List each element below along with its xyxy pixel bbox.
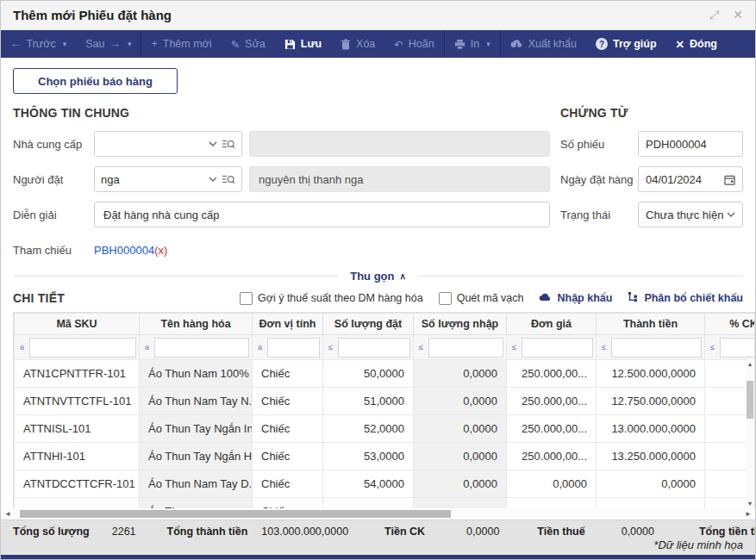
checkbox-icon[interactable]: [439, 292, 452, 305]
cell-unit[interactable]: Chiếc: [253, 360, 323, 388]
close-window-icon[interactable]: ✕: [733, 8, 743, 22]
table-row[interactable]: ATNTDCCTTCFR-101 Áo Thun Nam Tay D... Ch…: [15, 470, 756, 498]
filter-qty-received-input[interactable]: [428, 338, 503, 358]
cell-sku[interactable]: ATNTNVTTCTFL-101: [15, 388, 140, 415]
filter-amount-input[interactable]: [611, 338, 702, 358]
cell-amount[interactable]: 12.500.000,0000: [597, 360, 705, 388]
filter-operator-icon[interactable]: ≤: [708, 343, 717, 352]
print-button[interactable]: In ▾: [445, 30, 500, 58]
cell-amount[interactable]: [597, 498, 705, 509]
cell-unit[interactable]: Chiếc: [253, 443, 323, 470]
filter-qty-order-input[interactable]: [338, 338, 410, 358]
checkbox-icon[interactable]: [240, 292, 253, 305]
vertical-scroll-track[interactable]: [746, 369, 754, 499]
chevron-down-icon[interactable]: [209, 141, 217, 146]
search-list-icon[interactable]: [222, 139, 235, 150]
cell-amount[interactable]: 13.250.000,0000: [597, 443, 705, 470]
cell-price[interactable]: 250.000,00...: [507, 360, 597, 388]
save-button[interactable]: Lưu: [275, 30, 331, 58]
cell-amount[interactable]: 12.750.000,0000: [597, 388, 705, 415]
choose-quote-button[interactable]: Chọn phiếu báo hàng: [13, 68, 178, 94]
order-date-input[interactable]: [646, 173, 721, 186]
chevron-down-icon[interactable]: [727, 212, 735, 217]
cell-sku[interactable]: ATTNISL-101: [15, 415, 140, 443]
cell-price[interactable]: 250.000,00...: [507, 443, 597, 470]
col-header-unit[interactable]: Đơn vị tính: [253, 314, 323, 335]
cell-amount[interactable]: 0,0000: [597, 470, 705, 498]
chevron-down-icon[interactable]: ▾: [63, 40, 67, 48]
filter-operator-icon[interactable]: a: [255, 343, 265, 352]
cell-unit[interactable]: Chiếc: [253, 388, 323, 415]
cell-price[interactable]: 250.000,00...: [507, 415, 597, 443]
doc-number-field[interactable]: [638, 131, 743, 157]
import-button[interactable]: Nhập khẩu: [539, 292, 612, 304]
filter-operator-icon[interactable]: ≤: [416, 343, 426, 352]
cell-sku[interactable]: [15, 498, 140, 509]
cell-qty-order[interactable]: 52,0000: [323, 415, 414, 443]
col-header-price[interactable]: Đơn giá: [507, 314, 597, 335]
undo-button[interactable]: ↶ Hoãn: [384, 30, 443, 58]
col-header-sku[interactable]: Mã SKU: [15, 314, 140, 335]
orderer-combobox[interactable]: [94, 166, 242, 192]
cell-qty-order[interactable]: 53,0000: [323, 443, 414, 470]
table-row[interactable]: ATN1CPNTTFR-101 Áo Thun Nam 100% ... Chi…: [15, 360, 756, 388]
collapse-toggle[interactable]: Thu gọn ∧: [339, 270, 417, 283]
delete-button[interactable]: Xóa: [331, 30, 384, 58]
barcode-scan-checkbox[interactable]: Quét mã vạch: [439, 292, 524, 305]
supplier-combobox[interactable]: [94, 131, 242, 157]
cell-qty-order[interactable]: 54,0000: [323, 470, 414, 498]
col-header-name[interactable]: Tên hàng hóa: [140, 314, 253, 335]
calendar-icon[interactable]: [724, 174, 735, 185]
cell-price[interactable]: 250.000,00...: [507, 388, 597, 415]
cell-sku[interactable]: ATNTDCCTTCFR-101: [15, 470, 140, 498]
cell-unit[interactable]: Chiếc: [253, 470, 323, 498]
description-input[interactable]: [94, 202, 550, 227]
close-button[interactable]: ✕ Đóng: [666, 30, 727, 58]
maximize-icon[interactable]: ⤢: [709, 8, 719, 22]
filter-sku-input[interactable]: [29, 338, 136, 358]
cell-sku[interactable]: ATTNHI-101: [15, 443, 140, 470]
cell-price[interactable]: 0,0000: [507, 470, 597, 498]
cell-unit[interactable]: Chiếc: [253, 415, 323, 443]
horizontal-scrollbar[interactable]: ◄ ►: [1, 508, 755, 520]
filter-operator-icon[interactable]: a: [142, 343, 152, 352]
col-header-amount[interactable]: Thành tiền: [597, 314, 705, 335]
filter-name-input[interactable]: [154, 338, 249, 358]
table-row[interactable]: ATTNHI-101 Áo Thun Tay Ngắn H... Chiếc 5…: [15, 443, 756, 470]
table-row[interactable]: ATNTNVTTCTFL-101 Áo Thun Nam Tay N... Ch…: [15, 388, 756, 415]
col-header-qty-received[interactable]: Số lượng nhập: [414, 314, 507, 335]
vertical-scroll-thumb[interactable]: [747, 381, 753, 419]
prev-button[interactable]: ← Trước ▾: [1, 30, 76, 58]
scroll-up-icon[interactable]: ▲: [747, 359, 753, 369]
scroll-right-icon[interactable]: ►: [743, 510, 753, 518]
discount-allocate-button[interactable]: Phân bổ chiết khấu: [628, 291, 743, 305]
filter-discount-input[interactable]: [720, 338, 755, 358]
cell-price[interactable]: [507, 498, 597, 509]
orderer-input[interactable]: [101, 173, 204, 186]
cell-qty-order[interactable]: 51,0000: [323, 388, 414, 415]
status-select[interactable]: Chưa thực hiện: [638, 202, 743, 227]
horizontal-scroll-thumb[interactable]: [20, 510, 451, 518]
col-header-discount[interactable]: % CK: [705, 314, 756, 335]
order-date-field[interactable]: [638, 166, 743, 192]
reference-remove-link[interactable]: (x): [154, 244, 167, 257]
col-header-qty-order[interactable]: Số lượng đặt: [323, 314, 414, 335]
filter-operator-icon[interactable]: a: [17, 343, 27, 352]
cell-unit[interactable]: Chiếc: [253, 498, 323, 509]
edit-button[interactable]: ✎ Sửa: [222, 30, 275, 58]
cell-amount[interactable]: 13.000.000,0000: [597, 415, 705, 443]
chevron-down-icon[interactable]: ▾: [486, 40, 490, 48]
cell-qty-order[interactable]: [323, 498, 414, 509]
chevron-down-icon[interactable]: ▾: [128, 40, 132, 48]
add-new-button[interactable]: + Thêm mới: [141, 30, 221, 58]
help-button[interactable]: ? Trợ giúp: [586, 30, 666, 58]
reference-link[interactable]: PBH000004: [94, 244, 154, 257]
search-list-icon[interactable]: [222, 174, 235, 185]
table-row[interactable]: Áo Thun... Chiếc: [15, 498, 756, 509]
tax-suggest-checkbox[interactable]: Gợi ý thuế suất theo DM hàng hóa: [240, 292, 423, 305]
scroll-left-icon[interactable]: ◄: [3, 510, 13, 518]
filter-operator-icon[interactable]: ≤: [509, 343, 519, 352]
next-button[interactable]: Sau → ▾: [76, 30, 141, 58]
filter-price-input[interactable]: [522, 338, 593, 358]
vertical-scrollbar[interactable]: ▲ ▼: [746, 359, 754, 508]
